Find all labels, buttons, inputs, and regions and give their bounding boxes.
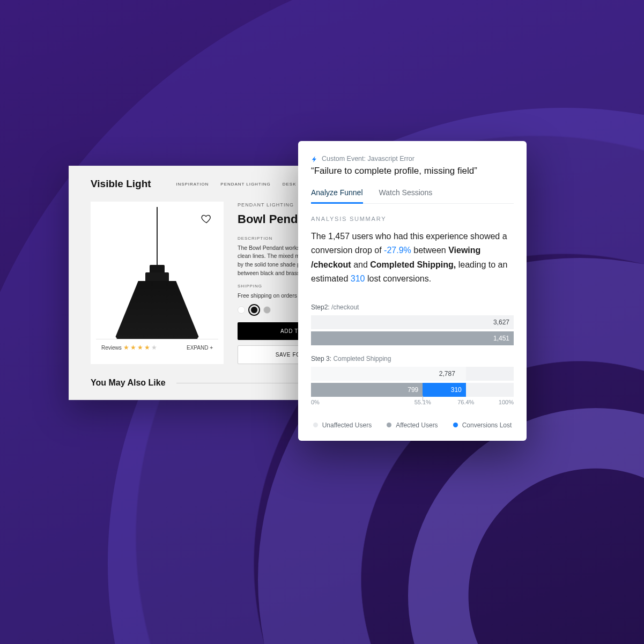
bar-value: 2,787: [439, 367, 455, 381]
bar-value: 799: [311, 383, 423, 397]
star-rating: ★★★★★: [123, 344, 158, 351]
summary-users: 1,457: [328, 232, 350, 241]
tick-label: 0%: [311, 399, 320, 405]
swatch-white[interactable]: [238, 306, 245, 314]
tab-watch-sessions[interactable]: Watch Sessions: [379, 188, 433, 203]
bar-value: 1,451: [311, 331, 514, 345]
legend-label: Affected Users: [396, 421, 438, 429]
summary-frag: and: [351, 260, 371, 269]
stage: Visible Light INSPIRATION PENDANT LIGHTI…: [0, 0, 644, 644]
bar-unaffected-step2: 3,627: [311, 315, 514, 329]
summary-step-to: Completed Shipping,: [370, 260, 456, 269]
favorite-icon[interactable]: [201, 213, 212, 226]
analytics-tabs: Analyze Funnel Watch Sessions: [311, 188, 514, 204]
funnel-chart: Step2: /checkout 3,627 1,451 Step 3: Com…: [311, 304, 514, 429]
legend-lost: Conversions Lost: [453, 421, 512, 429]
product-image: [96, 207, 218, 339]
event-label: Custom Event: Javascript Error: [322, 155, 414, 162]
step-prefix: Step2:: [311, 304, 330, 311]
chart-legend: Unaffected Users Affected Users Conversi…: [311, 421, 514, 429]
product-image-panel: Reviews ★★★★★ EXPAND +: [91, 202, 224, 364]
legend-dot-icon: [313, 423, 318, 427]
swatch-grey[interactable]: [263, 306, 271, 314]
funnel-step-label: Step2: /checkout: [311, 304, 514, 311]
step-prefix: Step 3:: [311, 355, 331, 362]
reviews-text: Reviews: [101, 345, 122, 351]
legend-label: Conversions Lost: [462, 421, 512, 429]
pendant-lamp-illustration: [114, 207, 200, 339]
legend-label: Unaffected Users: [322, 421, 372, 429]
step-name: /checkout: [331, 304, 359, 311]
summary-drop: -27.9%: [384, 246, 411, 255]
tick-label: 55.1%: [414, 399, 431, 405]
event-message: “Failure to complete profile, missing fi…: [311, 166, 514, 176]
also-like-label: You May Also Like: [91, 378, 166, 388]
expand-button[interactable]: EXPAND +: [187, 345, 213, 351]
bar-affected-step3: 799 310: [311, 383, 514, 397]
bar-value: 3,627: [493, 315, 509, 329]
reviews-row: Reviews ★★★★★ EXPAND +: [96, 339, 218, 356]
reviews-label: Reviews ★★★★★: [101, 344, 158, 351]
swatch-black[interactable]: [250, 306, 258, 314]
summary-frag: between: [411, 246, 448, 255]
nav-inspiration[interactable]: INSPIRATION: [176, 182, 209, 187]
event-tag: Custom Event: Javascript Error: [311, 155, 514, 162]
analysis-summary-heading: ANALYSIS SUMMARY: [311, 216, 514, 222]
legend-dot-icon: [453, 423, 458, 427]
summary-frag: The: [311, 232, 328, 241]
bolt-icon: [311, 156, 317, 162]
brand-title: Visible Light: [91, 178, 151, 190]
analysis-summary-text: The 1,457 users who had this experience …: [311, 230, 514, 286]
legend-unaffected: Unaffected Users: [313, 421, 372, 429]
nav-pendant-lighting[interactable]: PENDANT LIGHTING: [220, 182, 270, 187]
x-axis-ticks: 0% 55.1% 76.4% 100%: [311, 399, 514, 409]
bar-value-lost: 310: [423, 383, 466, 397]
tick-label: 100%: [499, 399, 514, 405]
tick-label: 76.4%: [457, 399, 474, 405]
bar-affected-step2: 1,451: [311, 331, 514, 345]
legend-affected: Affected Users: [387, 421, 438, 429]
summary-lost: 310: [351, 274, 365, 283]
tab-analyze-funnel[interactable]: Analyze Funnel: [311, 188, 363, 204]
funnel-step-label: Step 3: Completed Shipping: [311, 355, 514, 362]
step-name: Completed Shipping: [333, 355, 391, 362]
legend-dot-icon: [387, 423, 391, 427]
analytics-card: Custom Event: Javascript Error “Failure …: [298, 141, 527, 441]
bar-unaffected-step3: 2,787: [311, 367, 514, 381]
summary-frag: lost conversions.: [365, 274, 432, 283]
